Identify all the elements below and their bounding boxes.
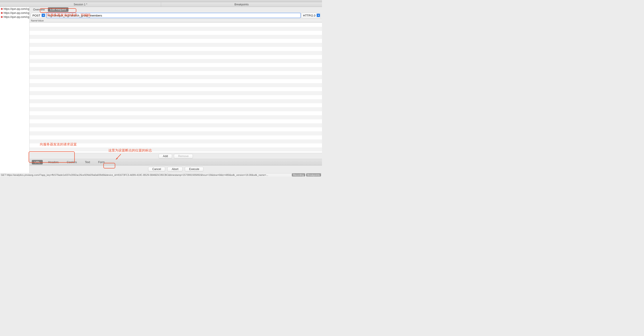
lower-tabs: URL Headers Cookies Text Form (30, 159, 322, 166)
col-name[interactable]: Name (30, 19, 36, 22)
tab-edit-request[interactable]: Edit Request (48, 7, 68, 12)
method-select[interactable]: POST (31, 13, 46, 18)
sub-tabs: Overview Edit Request (30, 7, 322, 12)
protocol-select-wrap: HTTP/2.0 (302, 13, 321, 18)
method-select-wrap: POST (31, 13, 46, 18)
annotation-text-execute: 这里为设置断点的位置的标志 (108, 148, 152, 153)
recording-badge[interactable]: Recording (292, 173, 305, 176)
status-dot-icon (1, 12, 3, 14)
lower-tab-form[interactable]: Form (95, 160, 107, 165)
session-url: https://qun.qq.com/cgi-bin/qun_mgr/sea (4, 11, 29, 14)
status-url: GET https://analytics.yinxiang.com/i?app… (1, 173, 291, 176)
tab-overview[interactable]: Overview (31, 7, 47, 12)
protocol-select[interactable]: HTTP/2.0 (302, 13, 321, 18)
breakpoints-badge[interactable]: Breakpoints (306, 173, 321, 176)
session-item[interactable]: https://qun.qq.com/cgi-bin/qun_mgr/sea (0, 15, 29, 19)
status-bar: GET https://analytics.yinxiang.com/i?app… (0, 173, 322, 176)
main-area: https://qun.qq.com/cgi-bin/qun_mgr/sea h… (0, 7, 322, 173)
add-remove-row: Add Remove (30, 153, 322, 159)
remove-button[interactable]: Remove (174, 154, 193, 159)
session-item[interactable]: https://qun.qq.com/cgi-bin/qun_mgr/sea (0, 11, 29, 15)
top-toolbar (0, 0, 322, 2)
status-dot-icon (1, 8, 3, 10)
header-tabs: Session 1 * Breakpoints (0, 2, 322, 7)
lower-tab-url[interactable]: URL (32, 160, 43, 165)
add-button[interactable]: Add (159, 154, 172, 159)
name-value-header: Name Value (30, 19, 322, 23)
col-value[interactable]: Value (36, 19, 322, 22)
session-url: https://qun.qq.com/cgi-bin/qun_mgr/sea (4, 15, 29, 18)
execute-button[interactable]: Execute (185, 167, 204, 171)
annotation-text-lower-tabs: 向服务器发送的请求设置 (40, 142, 77, 147)
lower-tab-cookies[interactable]: Cookies (64, 160, 80, 165)
lower-tab-text[interactable]: Text (82, 160, 93, 165)
cancel-button[interactable]: Cancel (148, 167, 165, 171)
session-item[interactable]: https://qun.qq.com/cgi-bin/qun_mgr/sea (0, 7, 29, 11)
annotation-text-url: 向服务器发送的请求，可编辑 (47, 13, 91, 17)
tab-session[interactable]: Session 1 * (0, 2, 161, 7)
session-list[interactable]: https://qun.qq.com/cgi-bin/qun_mgr/sea h… (0, 7, 30, 173)
name-value-body[interactable] (30, 23, 322, 153)
bottom-actions: Cancel Abort Execute (30, 166, 322, 173)
right-panel: Overview Edit Request POST HTTP/2.0 Name… (30, 7, 322, 173)
lower-tab-headers[interactable]: Headers (46, 160, 61, 165)
session-url: https://qun.qq.com/cgi-bin/qun_mgr/sea (4, 7, 29, 10)
tab-breakpoints[interactable]: Breakpoints (161, 2, 322, 7)
abort-button[interactable]: Abort (168, 167, 182, 171)
status-dot-icon (1, 16, 3, 18)
